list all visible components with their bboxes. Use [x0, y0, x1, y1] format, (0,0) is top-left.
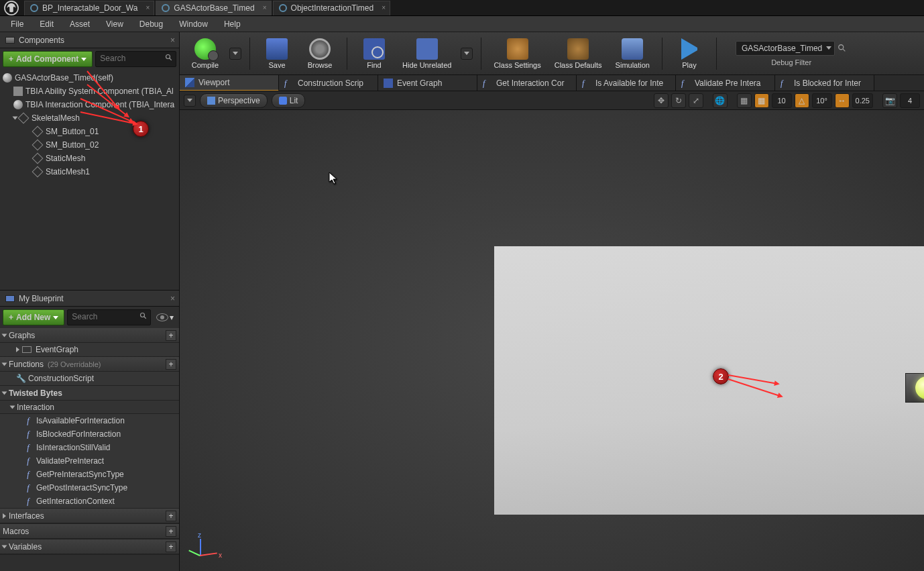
- add-interface-button[interactable]: +: [166, 511, 176, 521]
- search-icon[interactable]: [838, 44, 847, 53]
- compile-options-dropdown[interactable]: [229, 48, 241, 60]
- component-item[interactable]: SM_Button_01: [0, 125, 179, 138]
- menu-edit[interactable]: Edit: [32, 19, 62, 29]
- scale-snap-toggle[interactable]: ↔: [835, 93, 850, 108]
- grid-snap-value[interactable]: 10: [772, 93, 792, 108]
- close-icon[interactable]: ×: [263, 4, 267, 11]
- function-icon: f: [681, 79, 691, 88]
- scale-tool[interactable]: ⤢: [689, 93, 703, 108]
- section-graphs[interactable]: Graphs+: [0, 328, 179, 343]
- camera-speed-value[interactable]: 4: [900, 93, 920, 108]
- browse-button[interactable]: Browse: [301, 35, 339, 72]
- save-button[interactable]: Save: [258, 35, 296, 72]
- class-settings-button[interactable]: Class Settings: [489, 35, 544, 72]
- viewport-options-dropdown[interactable]: [184, 95, 196, 107]
- add-variable-button[interactable]: +: [166, 541, 176, 552]
- browse-icon: [309, 38, 331, 60]
- coord-toggle[interactable]: 🌐: [713, 93, 728, 108]
- close-icon[interactable]: ×: [146, 4, 150, 11]
- simulation-button[interactable]: Simulation: [612, 35, 654, 72]
- function-icon: f: [24, 429, 32, 439]
- close-icon[interactable]: ×: [382, 4, 386, 11]
- tab-viewport[interactable]: Viewport: [180, 75, 279, 91]
- menu-debug[interactable]: Debug: [131, 19, 171, 29]
- search-icon: [165, 54, 173, 62]
- function-item[interactable]: fIsAvailableForInteraction: [0, 414, 179, 427]
- mesh-button-object: [905, 373, 924, 403]
- camera-speed-button[interactable]: 📷: [882, 93, 897, 108]
- scale-snap-value[interactable]: 0.25: [852, 93, 873, 108]
- tab-function[interactable]: fIs Available for Inte: [577, 75, 676, 91]
- lit-mode-button[interactable]: Lit: [272, 93, 306, 108]
- function-item[interactable]: fValidatePreInteract: [0, 454, 179, 468]
- compile-button[interactable]: Compile: [186, 35, 224, 72]
- add-new-button[interactable]: + Add New: [3, 309, 64, 325]
- add-component-button[interactable]: + Add Component: [3, 51, 93, 67]
- viewport-toolbar: Perspective Lit ✥ ↻ ⤢ 🌐 ▦ ▦ 10 △ 10° ↔ 0…: [180, 91, 924, 110]
- menu-asset[interactable]: Asset: [62, 19, 98, 29]
- translate-tool[interactable]: ✥: [654, 93, 669, 108]
- play-button[interactable]: Play: [671, 35, 708, 72]
- graph-item-eventgraph[interactable]: EventGraph: [0, 343, 179, 356]
- function-item[interactable]: fGetPreInteractSyncType: [0, 468, 179, 481]
- component-item[interactable]: TBIA Interaction Component (TBIA_Intera: [0, 98, 179, 111]
- add-macro-button[interactable]: +: [166, 526, 176, 537]
- tab-function[interactable]: fGet Interaction Cor: [477, 75, 577, 91]
- function-item[interactable]: fIsBlockedForInteraction: [0, 427, 179, 441]
- blueprint-search-input[interactable]: Search: [67, 309, 151, 325]
- surface-snap-toggle[interactable]: ▦: [737, 93, 752, 108]
- section-twisted-bytes[interactable]: Twisted Bytes: [0, 386, 179, 401]
- menu-view[interactable]: View: [98, 19, 131, 29]
- hide-unrelated-button[interactable]: Hide Unrelated: [398, 35, 455, 72]
- function-icon: f: [582, 79, 591, 88]
- section-interfaces[interactable]: Interfaces+: [0, 509, 179, 523]
- rotation-snap-toggle[interactable]: △: [795, 93, 809, 108]
- tab-construction-script[interactable]: fConstruction Scrip: [279, 75, 378, 91]
- close-icon[interactable]: ×: [170, 36, 175, 45]
- unreal-logo-icon: [4, 1, 19, 15]
- annotation-badge-2: 2: [713, 368, 729, 384]
- expand-icon[interactable]: [16, 347, 19, 352]
- hide-options-dropdown[interactable]: [461, 48, 473, 60]
- perspective-button[interactable]: Perspective: [200, 93, 268, 108]
- tab-function[interactable]: fIs Blocked for Inter: [775, 75, 874, 91]
- svg-line-6: [843, 48, 846, 51]
- function-item[interactable]: fGetPostInteractSyncType: [0, 481, 179, 495]
- menu-file[interactable]: File: [3, 19, 32, 29]
- find-button[interactable]: Find: [355, 35, 393, 72]
- mesh-plane: [494, 246, 924, 515]
- section-variables[interactable]: Variables+: [0, 539, 179, 554]
- visibility-options[interactable]: ▾: [154, 309, 176, 325]
- close-icon[interactable]: ×: [170, 294, 175, 303]
- component-item[interactable]: SM_Button_02: [0, 138, 179, 152]
- group-interaction[interactable]: Interaction: [0, 401, 179, 414]
- viewport-3d[interactable]: z x 2: [180, 110, 924, 571]
- main-tab[interactable]: ObjectInteractionTimed×: [273, 1, 391, 15]
- rotate-tool[interactable]: ↻: [671, 93, 686, 108]
- expand-icon[interactable]: [13, 117, 18, 120]
- tab-event-graph[interactable]: Event Graph: [378, 75, 477, 91]
- save-icon: [266, 38, 288, 60]
- component-item[interactable]: StaticMesh: [0, 152, 179, 165]
- section-functions[interactable]: Functions(29 Overridable)+: [0, 357, 179, 372]
- mesh-icon: [32, 153, 44, 164]
- function-item[interactable]: fGetInteractionContext: [0, 495, 179, 508]
- mesh-icon: [32, 166, 44, 178]
- main-tab[interactable]: BP_Interactable_Door_Wa×: [24, 1, 154, 15]
- menu-window[interactable]: Window: [171, 19, 216, 29]
- function-item[interactable]: fIsInteractionStillValid: [0, 441, 179, 454]
- components-search-input[interactable]: Search: [95, 51, 176, 67]
- function-item-constructionscript[interactable]: 🔧ConstructionScript: [0, 372, 179, 385]
- add-function-button[interactable]: +: [166, 359, 176, 370]
- menu-help[interactable]: Help: [216, 19, 249, 29]
- debug-filter-combo[interactable]: GASActorBase_Timed: [736, 41, 835, 56]
- section-macros[interactable]: Macros+: [0, 524, 179, 539]
- main-tab[interactable]: GASActorBase_Timed×: [156, 1, 271, 15]
- tab-function[interactable]: fValidate Pre Intera: [676, 75, 775, 91]
- rotation-snap-value[interactable]: 10°: [812, 93, 832, 108]
- component-item[interactable]: StaticMesh1: [0, 165, 179, 178]
- grid-snap-toggle[interactable]: ▦: [754, 93, 769, 108]
- class-defaults-button[interactable]: Class Defaults: [551, 35, 606, 72]
- add-graph-button[interactable]: +: [166, 330, 176, 341]
- function-icon: f: [24, 443, 32, 453]
